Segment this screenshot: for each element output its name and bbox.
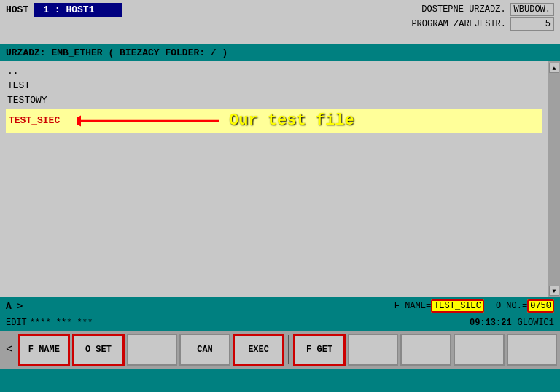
edit-label: EDIT	[6, 318, 27, 328]
header-left: HOST 1 : HOST1	[6, 3, 122, 17]
file-entry-test[interactable]: TEST	[6, 79, 542, 93]
cmd-fname-label: F NAME=	[394, 301, 431, 311]
fkey-empty-5	[507, 334, 558, 366]
file-entry-test-siec[interactable]: TEST_SIEC Our test file	[6, 109, 542, 134]
host-value: 1 : HOST1	[34, 3, 122, 17]
urzadz-bar: URZADZ: EMB_ETHER ( BIEZACY FOLDER: / )	[0, 44, 560, 61]
fkey-empty-3	[400, 334, 451, 366]
edit-left: EDIT **** *** ***	[6, 318, 93, 328]
header-area: HOST 1 : HOST1 DOSTEPNE URZADZ. WBUDOW. …	[0, 0, 560, 44]
program-value: 5	[510, 17, 554, 31]
cmd-prompt: A >_	[6, 301, 28, 312]
edit-right: 09:13:21 GLOWIC1	[470, 318, 554, 328]
scroll-down-button[interactable]: ▼	[549, 286, 559, 296]
cmd-fname-value: TEST_SIEC	[431, 299, 484, 313]
urzadz-text: URZADZ: EMB_ETHER ( BIEZACY FOLDER: / )	[6, 47, 228, 58]
fkey-empty-4	[454, 334, 505, 366]
fkey-can[interactable]: CAN	[179, 334, 230, 366]
program-row: PROGRAM ZAREJESTR. 5	[411, 17, 554, 31]
cmd-fname: F NAME=TEST_SIEC	[394, 301, 484, 311]
fkey-o-set[interactable]: O SET	[72, 334, 125, 366]
main-screen: HOST 1 : HOST1 DOSTEPNE URZADZ. WBUDOW. …	[0, 0, 560, 392]
edit-stars: **** *** ***	[30, 318, 93, 328]
header-right: DOSTEPNE URZADZ. WBUDOW. PROGRAM ZAREJES…	[411, 3, 554, 31]
fkey-empty-1	[127, 334, 178, 366]
command-line: A >_ F NAME=TEST_SIEC O NO.=0750	[0, 297, 560, 315]
file-list-area: .. TEST TESTOWY TEST_SIEC Our	[0, 61, 560, 297]
edit-line: EDIT **** *** *** 09:13:21 GLOWIC1	[0, 315, 560, 331]
fkey-f-name[interactable]: F NAME	[18, 334, 71, 366]
glowic-display: GLOWIC1	[518, 318, 554, 328]
dostepne-value: WBUDOW.	[510, 3, 554, 16]
left-arrow[interactable]: <	[3, 343, 16, 356]
cmd-ono: O NO.=0750	[496, 301, 554, 311]
test-siec-name: TEST_SIEC	[9, 114, 74, 128]
time-display: 09:13:21	[470, 318, 512, 328]
host-label: HOST	[6, 4, 28, 15]
host-row: HOST 1 : HOST1	[6, 3, 122, 17]
program-label: PROGRAM ZAREJESTR.	[411, 19, 506, 29]
dostepne-row: DOSTEPNE URZADZ. WBUDOW.	[421, 3, 554, 16]
file-entry-dotdot[interactable]: ..	[6, 64, 542, 79]
cmd-ono-value: 0750	[527, 299, 554, 313]
arrow-left	[77, 114, 223, 128]
fkey-row: < F NAME O SET CAN EXEC F GET	[0, 331, 560, 369]
file-entry-testowy[interactable]: TESTOWY	[6, 93, 542, 108]
separator	[288, 335, 289, 364]
scrollbar[interactable]: ▲ ▼	[548, 61, 560, 297]
arrow-svg	[77, 114, 223, 128]
file-list-content: .. TEST TESTOWY TEST_SIEC Our	[0, 61, 548, 297]
dostepne-label: DOSTEPNE URZADZ.	[421, 4, 505, 15]
cmd-details: F NAME=TEST_SIEC O NO.=0750	[394, 301, 554, 311]
scroll-up-button[interactable]: ▲	[549, 63, 559, 73]
fkey-f-get[interactable]: F GET	[293, 334, 346, 366]
annotation-text: Our test file	[229, 110, 354, 133]
fkey-exec[interactable]: EXEC	[233, 334, 285, 366]
cmd-ono-label: O NO.=	[496, 301, 527, 311]
bottom-area: A >_ F NAME=TEST_SIEC O NO.=0750 EDIT **…	[0, 297, 560, 392]
fkey-empty-2	[348, 334, 399, 366]
